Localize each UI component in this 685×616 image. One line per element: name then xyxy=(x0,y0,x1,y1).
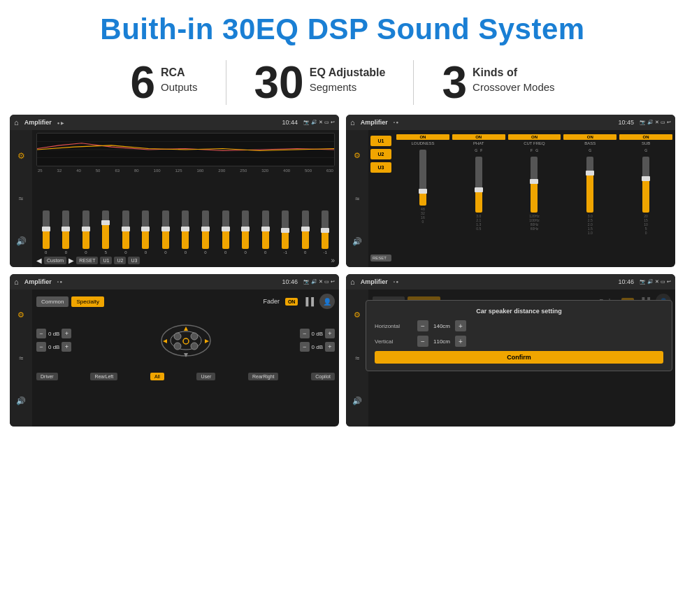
eq-u3-btn[interactable]: U3 xyxy=(128,257,140,264)
home-icon[interactable]: ⌂ xyxy=(14,118,19,127)
fader-ch4-plus[interactable]: + xyxy=(325,342,335,352)
fader-user-btn[interactable]: User xyxy=(196,373,215,380)
cross-eq-icon[interactable]: ⚙ xyxy=(354,151,361,160)
dialog-home-icon[interactable]: ⌂ xyxy=(350,278,355,286)
eq-u2-btn[interactable]: U2 xyxy=(114,257,126,264)
fader-sidebar: ⚙ ≈ 🔊 xyxy=(10,289,32,427)
crossover-panel: ⌂ Amplifier ▪ ● 10:45 📷 🔊 ✕ ▭ ↩ ⚙ ≈ 🔊 U1 xyxy=(346,115,675,267)
dialog-horizontal-value: 140cm xyxy=(431,323,452,329)
cross-phat-col: ON PHAT G F 3.02.11.30.5 xyxy=(452,134,505,263)
fader-ch2-plus[interactable]: + xyxy=(62,342,71,352)
dialog-horizontal-controls: − 140cm + xyxy=(417,320,466,331)
fader-ch1-plus[interactable]: + xyxy=(62,329,71,338)
eq-next-btn[interactable]: ▶ xyxy=(68,257,74,264)
cross-spk-icon[interactable]: 🔊 xyxy=(352,237,362,246)
dialog-spk-icon[interactable]: 🔊 xyxy=(352,396,362,406)
fader-status-icons: 📷 🔊 ✕ ▭ ↩ xyxy=(303,279,335,285)
stat-label-rca: RCA Outputs xyxy=(161,60,198,94)
dialog-volume-icon: 🔊 xyxy=(647,279,654,285)
cross-u2-btn[interactable]: U2 xyxy=(370,149,391,159)
confirm-button[interactable]: Confirm xyxy=(375,351,663,364)
dialog-time: 10:46 xyxy=(618,278,634,285)
eq-screen-body: ⚙ ≈ 🔊 xyxy=(10,130,339,267)
cross-sub-on[interactable]: ON xyxy=(619,134,672,140)
fader-rearleft-btn[interactable]: RearLeft xyxy=(90,373,117,380)
stat-number-eq: 30 xyxy=(254,60,304,105)
dialog-box-title: Car speaker distance setting xyxy=(375,308,663,315)
fader-person-icon: 👤 xyxy=(319,294,335,309)
cross-reset-btn[interactable]: RESET xyxy=(370,255,391,262)
cross-time: 10:45 xyxy=(618,119,634,126)
cross-u3-btn[interactable]: U3 xyxy=(370,162,391,173)
eq-prev-btn[interactable]: ◀ xyxy=(36,257,42,264)
fader-close-icon: ✕ xyxy=(319,279,323,285)
fader-wave-icon[interactable]: ≈ xyxy=(19,354,23,362)
stat-number-rca: 6 xyxy=(130,60,155,105)
fader-ch1-val: 0 dB xyxy=(48,331,59,337)
fader-all-btn[interactable]: All xyxy=(150,373,164,380)
cross-back-icon: ↩ xyxy=(667,120,671,125)
eq-slider-col: 5 xyxy=(102,210,109,255)
svg-point-6 xyxy=(174,333,181,340)
eq-reset-btn[interactable]: RESET xyxy=(76,257,98,264)
dialog-app-name: Amplifier xyxy=(361,278,388,285)
dialog-vertical-row: Vertical − 110cm + xyxy=(375,336,663,347)
eq-slider-col: 0 xyxy=(182,210,189,255)
cross-home-icon[interactable]: ⌂ xyxy=(350,118,355,127)
stat-label-eq: EQ Adjustable Segments xyxy=(310,60,386,94)
fader-on-badge[interactable]: ON xyxy=(285,298,298,306)
eq-status-bar: ⌂ Amplifier ● ▶ 10:44 📷 🔊 ✕ ▭ ↩ xyxy=(10,115,339,130)
eq-controls: ◀ Custom ▶ RESET U1 U2 U3 » xyxy=(36,257,335,264)
fader-spk-icon[interactable]: 🔊 xyxy=(16,396,26,406)
fader-rearright-btn[interactable]: RearRight xyxy=(248,373,279,380)
eq-u1-btn[interactable]: U1 xyxy=(100,257,112,264)
dialog-screen-body: ⚙ ≈ 🔊 Common Specialty Fader ON ▐▐ 👤 xyxy=(346,289,675,427)
dialog-vertical-plus[interactable]: + xyxy=(455,336,466,347)
fader-ch1: − 0 dB + xyxy=(36,329,71,338)
fader-tabs: Common Specialty Fader ON ▐▐ 👤 xyxy=(36,294,335,309)
eq-slider-col: 0 xyxy=(162,210,169,255)
cross-loudness-on[interactable]: ON xyxy=(396,134,449,140)
fader-ch3-minus[interactable]: − xyxy=(300,329,310,338)
stat-crossover: 3 Kinds of Crossover Modes xyxy=(414,60,582,105)
dialog-vertical-controls: − 110cm + xyxy=(417,336,466,347)
cross-cutfreq-col: ON CUT FREQ F G 120Hz100Hz80Hz60Hz xyxy=(508,134,561,263)
dialog-horizontal-minus[interactable]: − xyxy=(417,320,428,331)
speaker-distance-dialog: Car speaker distance setting Horizontal … xyxy=(366,300,672,371)
eq-speaker-icon[interactable]: 🔊 xyxy=(16,236,27,246)
cross-phat-on[interactable]: ON xyxy=(452,134,505,140)
dialog-vertical-minus[interactable]: − xyxy=(417,336,428,347)
eq-more-btn[interactable]: » xyxy=(331,257,335,264)
fader-right-channels: − 0 dB + − 0 dB + xyxy=(300,329,335,352)
cross-cutfreq-on[interactable]: ON xyxy=(508,134,561,140)
eq-filter-icon[interactable]: ⚙ xyxy=(17,151,25,161)
volume-icon: 🔊 xyxy=(311,120,317,125)
svg-marker-12 xyxy=(184,353,188,357)
cross-dot-icons: ▪ ● xyxy=(394,120,398,124)
fader-ch4: − 0 dB + xyxy=(300,342,335,352)
eq-slider-col: 0 xyxy=(202,210,209,255)
dialog-wave-icon[interactable]: ≈ xyxy=(355,354,359,362)
dialog-horizontal-plus[interactable]: + xyxy=(455,320,466,331)
eq-wave-icon[interactable]: ≈ xyxy=(19,194,24,203)
dialog-eq-icon[interactable]: ⚙ xyxy=(354,310,361,320)
stat-number-crossover: 3 xyxy=(442,60,467,105)
dialog-horizontal-row: Horizontal − 140cm + xyxy=(375,320,663,331)
fader-specialty-tab[interactable]: Specialty xyxy=(71,296,103,307)
eq-custom-btn[interactable]: Custom xyxy=(44,257,66,264)
cross-wave-icon[interactable]: ≈ xyxy=(355,194,359,203)
cross-bass-on[interactable]: ON xyxy=(563,134,616,140)
fader-copilot-btn[interactable]: Copilot xyxy=(311,373,335,380)
fader-ch2-minus[interactable]: − xyxy=(36,342,46,352)
fader-home-icon[interactable]: ⌂ xyxy=(14,278,19,286)
fader-ch1-minus[interactable]: − xyxy=(36,329,46,338)
fader-minimize-icon: ▭ xyxy=(324,279,329,285)
fader-ch3-plus[interactable]: + xyxy=(325,329,335,338)
fader-common-tab[interactable]: Common xyxy=(36,296,68,307)
fader-eq-icon[interactable]: ⚙ xyxy=(17,310,24,320)
cross-u1-btn[interactable]: U1 xyxy=(370,136,391,146)
fader-driver-btn[interactable]: Driver xyxy=(36,373,58,380)
eq-slider-col: 0 xyxy=(302,210,309,255)
fader-ch4-minus[interactable]: − xyxy=(300,342,310,352)
eq-sidebar: ⚙ ≈ 🔊 xyxy=(10,130,32,267)
